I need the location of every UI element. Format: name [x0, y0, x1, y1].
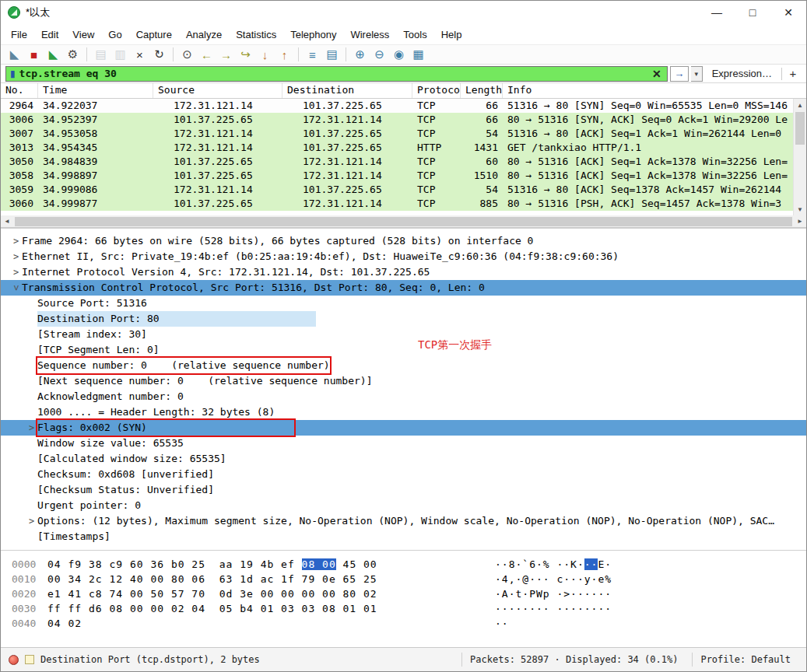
detail-line-frame[interactable]: >Frame 2964: 66 bytes on wire (528 bits)… — [1, 233, 806, 249]
packet-row-3050[interactable]: 305034.984839101.37.225.65172.31.121.14T… — [1, 155, 793, 169]
detail-line-header-len[interactable]: 1000 .... = Header Length: 32 bytes (8) — [1, 404, 806, 420]
menu-telephony[interactable]: Telephony — [283, 26, 343, 44]
detail-line-calc-window[interactable]: [Calculated window size: 65535] — [1, 451, 806, 467]
hex-row-0000[interactable]: 000004 f9 38 c9 60 36 b0 25 aa 19 4b ef … — [12, 557, 806, 572]
find-packet-icon[interactable]: ⊙ — [178, 46, 196, 63]
menu-view[interactable]: View — [65, 26, 101, 44]
column-header-info[interactable]: Info — [503, 83, 806, 98]
hex-row-0030[interactable]: 0030ff ff d6 08 00 00 02 04 05 b4 01 03 … — [12, 601, 806, 616]
hex-bytes: 04 02 — [47, 616, 495, 631]
column-header-destination[interactable]: Destination — [282, 83, 412, 98]
detail-line-stream-index[interactable]: [Stream index: 30] — [1, 327, 806, 342]
hex-row-0020[interactable]: 0020e1 41 c8 74 00 50 57 70 0d 3e 00 00 … — [12, 586, 806, 601]
hex-row-0010[interactable]: 001000 34 2c 12 40 00 80 06 63 1d ac 1f … — [12, 572, 806, 586]
packet-list-vscrollbar[interactable]: ▲ ▼ — [793, 99, 806, 215]
packet-row-2964[interactable]: 296434.922037172.31.121.14101.37.225.65T… — [1, 99, 793, 113]
expression-button[interactable]: Expression… — [705, 68, 779, 79]
capture-options-icon[interactable]: ⚙ — [64, 46, 82, 63]
hscroll-thumb[interactable] — [15, 217, 792, 226]
close-button[interactable]: ✕ — [770, 1, 806, 24]
packet-row-3007[interactable]: 300734.953058172.31.121.14101.37.225.65T… — [1, 127, 793, 141]
detail-line-window-size[interactable]: Window size value: 65535 — [1, 436, 806, 451]
detail-line-urgent[interactable]: Urgent pointer: 0 — [1, 498, 806, 513]
filter-apply-button[interactable]: → — [670, 66, 689, 82]
detail-line-src-port[interactable]: Source Port: 51316 — [1, 296, 806, 311]
expander-icon[interactable]: > — [26, 513, 37, 529]
detail-line-seq-number[interactable]: Sequence number: 0 (relative sequence nu… — [1, 358, 806, 373]
detail-line-options[interactable]: >Options: (12 bytes), Maximum segment si… — [1, 513, 806, 529]
filter-history-dropdown[interactable]: ▾ — [691, 66, 703, 82]
detail-line-ethernet[interactable]: >Ethernet II, Src: Private_19:4b:ef (b0:… — [1, 249, 806, 264]
detail-line-ack-number[interactable]: Acknowledgment number: 0 — [1, 389, 806, 404]
start-capture-icon[interactable]: ◣ — [5, 46, 23, 63]
menu-help[interactable]: Help — [434, 26, 469, 44]
scroll-right-icon[interactable]: ► — [794, 215, 806, 228]
capture-comment-icon[interactable] — [25, 655, 34, 664]
close-file-icon[interactable]: × — [131, 46, 149, 63]
detail-line-dst-port[interactable]: Destination Port: 80 — [1, 311, 806, 327]
zoom-out-icon[interactable]: ⊖ — [370, 46, 388, 63]
menu-statistics[interactable]: Statistics — [229, 26, 283, 44]
detail-line-tcp[interactable]: >Transmission Control Protocol, Src Port… — [1, 280, 806, 296]
menu-edit[interactable]: Edit — [34, 26, 65, 44]
packet-list-hscrollbar[interactable]: ◄ ► — [1, 215, 806, 228]
column-header-time[interactable]: Time — [38, 83, 153, 98]
zoom-reset-icon[interactable]: ◉ — [390, 46, 408, 63]
hex-row-0040[interactable]: 004004 02·· — [12, 616, 806, 631]
detail-line-next-seq[interactable]: [Next sequence number: 0 (relative seque… — [1, 373, 806, 389]
detail-line-segment-len[interactable]: [TCP Segment Len: 0] — [1, 342, 806, 358]
detail-line-flags[interactable]: >Flags: 0x002 (SYN) — [1, 420, 806, 436]
column-header-no[interactable]: No. — [1, 83, 38, 98]
filter-clear-icon[interactable]: ✕ — [651, 68, 663, 80]
menu-wireless[interactable]: Wireless — [343, 26, 396, 44]
column-header-protocol[interactable]: Protocol — [412, 83, 461, 98]
go-back-icon[interactable]: ← — [198, 46, 216, 63]
vscroll-thumb[interactable] — [795, 112, 805, 145]
auto-scroll-icon[interactable]: ≡ — [304, 46, 321, 63]
scroll-up-icon[interactable]: ▲ — [794, 99, 806, 111]
menu-capture[interactable]: Capture — [129, 26, 179, 44]
column-header-source[interactable]: Source — [153, 83, 282, 98]
colorize-icon[interactable]: ▤ — [323, 46, 341, 63]
minimize-button[interactable]: — — [699, 1, 735, 24]
detail-line-ip[interactable]: >Internet Protocol Version 4, Src: 172.3… — [1, 264, 806, 280]
packet-row-3060[interactable]: 306034.999877101.37.225.65172.31.121.14T… — [1, 197, 793, 211]
expander-icon[interactable]: > — [10, 264, 22, 280]
packet-row-3058[interactable]: 305834.998897101.37.225.65172.31.121.14T… — [1, 169, 793, 183]
stop-capture-icon[interactable]: ■ — [25, 46, 43, 63]
packet-row-3013[interactable]: 301334.954345172.31.121.14101.37.225.65H… — [1, 141, 793, 155]
scroll-left-icon[interactable]: ◄ — [1, 215, 13, 228]
detail-line-checksum-status[interactable]: [Checksum Status: Unverified] — [1, 482, 806, 498]
detail-line-checksum[interactable]: Checksum: 0xd608 [unverified] — [1, 467, 806, 482]
go-to-first-icon[interactable]: ↑ — [275, 46, 293, 63]
menu-go[interactable]: Go — [101, 26, 128, 44]
filter-bookmark-icon[interactable]: ▮ — [10, 68, 16, 79]
go-to-packet-icon[interactable]: ↪ — [237, 46, 254, 63]
go-to-last-icon[interactable]: ↓ — [256, 46, 274, 63]
packet-row-3006[interactable]: 300634.952397101.37.225.65172.31.121.14T… — [1, 113, 793, 127]
add-filter-button[interactable]: + — [784, 67, 802, 80]
restart-capture-icon[interactable]: ◣ — [44, 46, 62, 63]
scroll-down-icon[interactable]: ▼ — [794, 203, 806, 215]
zoom-in-icon[interactable]: ⊕ — [351, 46, 369, 63]
detail-line-timestamps[interactable]: [Timestamps] — [1, 529, 806, 544]
expert-info-icon[interactable] — [9, 655, 19, 665]
menu-file[interactable]: File — [4, 26, 34, 44]
expander-icon[interactable]: > — [9, 282, 24, 294]
status-profile[interactable]: Profile: Default — [692, 653, 798, 667]
cell-no: 2964 — [1, 99, 38, 113]
filter-input[interactable] — [19, 68, 647, 79]
maximize-button[interactable]: □ — [735, 1, 770, 24]
reload-file-icon[interactable]: ↻ — [150, 46, 168, 63]
expander-icon[interactable]: > — [10, 233, 22, 249]
expander-icon[interactable]: > — [26, 420, 37, 436]
column-header-length[interactable]: Length — [461, 83, 503, 98]
go-forward-icon[interactable]: → — [217, 46, 235, 63]
menu-analyze[interactable]: Analyze — [179, 26, 229, 44]
menu-tools[interactable]: Tools — [396, 26, 433, 44]
packet-row-3059[interactable]: 305934.999086172.31.121.14101.37.225.65T… — [1, 183, 793, 197]
ascii-plain: ·· — [495, 618, 509, 629]
cell-len: 60 — [461, 155, 503, 169]
resize-columns-icon[interactable]: ▦ — [409, 46, 427, 63]
expander-icon[interactable]: > — [10, 249, 22, 264]
